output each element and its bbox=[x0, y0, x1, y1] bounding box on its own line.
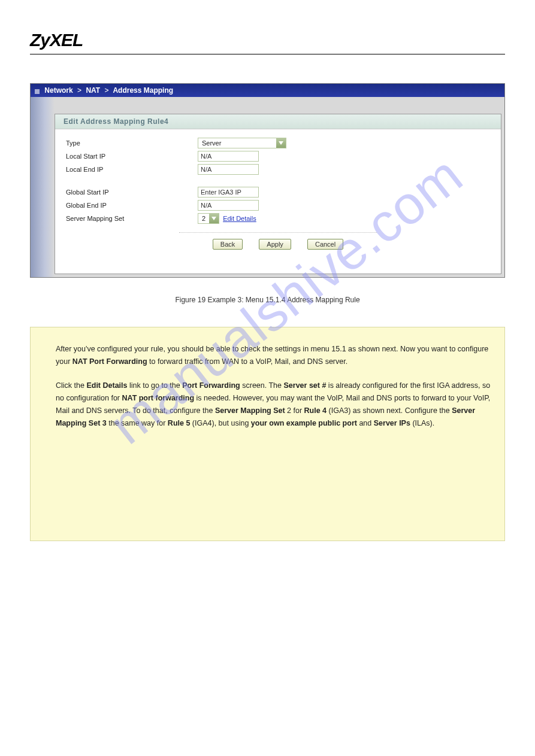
apply-button[interactable]: Apply bbox=[259, 239, 291, 250]
svg-rect-0 bbox=[35, 89, 40, 94]
server-mapping-set-value: 2 bbox=[198, 215, 209, 222]
svg-marker-2 bbox=[211, 217, 216, 220]
breadcrumb-network: Network bbox=[44, 86, 72, 95]
edit-details-link[interactable]: Edit Details bbox=[223, 215, 256, 222]
figure-caption: Figure 19 Example 3: Menu 15.1.4 Address… bbox=[30, 296, 505, 304]
note-paragraph-1: After you've configured your rule, you s… bbox=[56, 343, 494, 369]
brand-logo: ZyXEL bbox=[30, 30, 505, 50]
type-select[interactable]: Server bbox=[198, 138, 286, 148]
app-screenshot: Network > NAT > Address Mapping Edit Add… bbox=[30, 83, 505, 278]
cancel-button[interactable]: Cancel bbox=[307, 239, 343, 250]
server-mapping-set-select[interactable]: 2 bbox=[198, 213, 219, 224]
global-end-ip-label: Global End IP bbox=[66, 202, 198, 209]
breadcrumb: Network > NAT > Address Mapping bbox=[31, 84, 504, 97]
breadcrumb-address-mapping: Address Mapping bbox=[113, 86, 173, 95]
button-divider bbox=[179, 232, 377, 233]
chevron-down-icon[interactable] bbox=[209, 214, 219, 223]
note-paragraph-2: Click the Edit Details link to go to the… bbox=[56, 379, 494, 430]
local-end-ip-field[interactable] bbox=[198, 164, 259, 175]
global-start-ip-field[interactable] bbox=[198, 187, 259, 198]
back-button[interactable]: Back bbox=[213, 239, 243, 250]
breadcrumb-nat: NAT bbox=[86, 86, 100, 95]
breadcrumb-icon bbox=[34, 88, 40, 94]
local-end-ip-label: Local End IP bbox=[66, 166, 198, 173]
server-mapping-set-label: Server Mapping Set bbox=[66, 215, 198, 222]
local-start-ip-field[interactable] bbox=[198, 151, 259, 162]
type-label: Type bbox=[66, 139, 198, 147]
panel-title: Edit Address Mapping Rule4 bbox=[55, 114, 501, 129]
svg-marker-1 bbox=[279, 141, 283, 145]
left-sidebar bbox=[31, 97, 55, 277]
global-end-ip-field[interactable] bbox=[198, 200, 259, 211]
chevron-down-icon[interactable] bbox=[276, 138, 286, 148]
type-select-value: Server bbox=[198, 139, 276, 147]
edit-panel: Edit Address Mapping Rule4 Type Server bbox=[55, 114, 501, 274]
header-rule bbox=[30, 54, 505, 54]
note-box: After you've configured your rule, you s… bbox=[30, 327, 505, 541]
local-start-ip-label: Local Start IP bbox=[66, 153, 198, 160]
global-start-ip-label: Global Start IP bbox=[66, 189, 198, 196]
